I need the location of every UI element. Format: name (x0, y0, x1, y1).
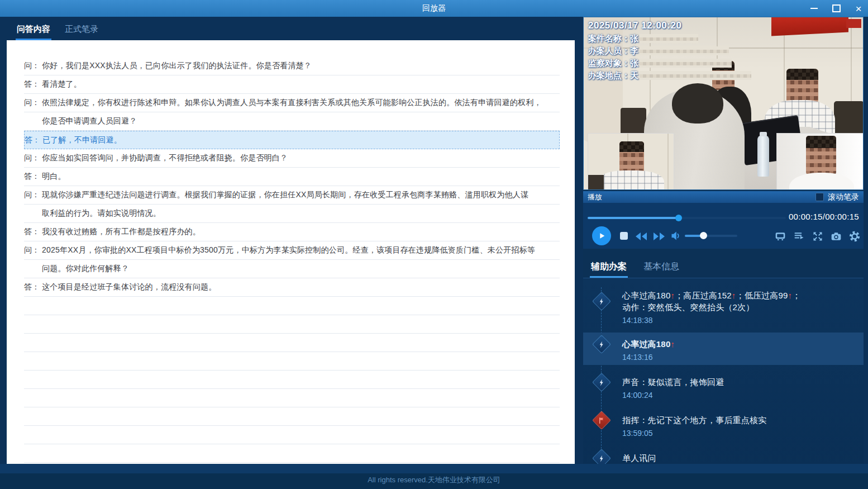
video-view[interactable]: 2025/03/17 12:00:20 案件名称：张办案人员：李监察对象：张办案… (583, 17, 864, 190)
qa-row-label: 答： (24, 172, 42, 182)
qa-row-empty (24, 407, 560, 426)
qa-row[interactable]: 答：我没有收过贿赂，所有工作都是按程序办的。 (24, 223, 560, 241)
event-text: 动作：突然低头、突然抬头（2次） (622, 301, 858, 313)
qa-row-text: 现就你涉嫌严重违纪违法问题进行调查。根据我们掌握的证据，你在担任XX局局长期间，… (42, 190, 528, 200)
timeline-event[interactable]: 声音：疑似谎言，掩饰回避14:00:24 (583, 371, 864, 403)
timeline-event[interactable]: 心率过高180↑；高压过高152↑；低压过高99↑；动作：突然低头、突然抬头（2… (583, 284, 864, 328)
qa-row-empty (24, 426, 560, 444)
tab-basic-info[interactable]: 基本信息 (642, 261, 680, 278)
overlay-field-label: 办案地点：天 (588, 69, 638, 82)
maximize-button[interactable] (830, 2, 842, 15)
controls-row (583, 225, 864, 248)
event-text: 指挥：先记下这个地方，事后重点核实 (622, 414, 858, 426)
red-banner (771, 17, 848, 36)
fullscreen-button[interactable] (812, 231, 823, 242)
seek-bar[interactable] (588, 217, 786, 219)
qa-row-text: 问题。你对此作何解释？ (42, 264, 129, 274)
qa-row-label: 问： (24, 98, 42, 108)
minimize-button[interactable] (808, 2, 820, 15)
qa-row-empty (24, 334, 560, 352)
qa-row-empty (24, 444, 560, 463)
qa-row[interactable]: 问：依照法律规定，你有权进行陈述和申辩。如果你认为调查人员与本案有直接利害关系或… (24, 94, 560, 112)
qa-row-label: 问： (24, 190, 42, 200)
qa-row-text: 你应当如实回答询问，并协助调查，不得拒绝或者阻挠。你是否明白？ (42, 153, 288, 163)
qa-row[interactable]: 问：2025年XX月，你审批的XX工程项目中标价为3500万元，中标方为李某实际… (24, 241, 560, 260)
titlebar: 回放器 × (0, 0, 868, 17)
wall-sign-red (846, 19, 861, 28)
qa-row[interactable]: 问题。你对此作何解释？ (24, 260, 560, 278)
transcript-tabs: 问答内容 正式笔录 (16, 17, 99, 40)
overlay-field: 案件名称：张 (588, 32, 751, 45)
scroll-transcript-toggle[interactable]: 滚动笔录 (815, 192, 859, 202)
qa-row-label: 答： (24, 79, 42, 89)
maximize-icon (832, 4, 841, 12)
qa-row-empty (24, 315, 560, 334)
qa-row[interactable]: 答：明白。 (24, 168, 560, 186)
player-pane: 2025/03/17 12:00:20 案件名称：张办案人员：李监察对象：张办案… (583, 17, 864, 471)
player-bar: 播放 滚动笔录 (583, 191, 864, 203)
close-button[interactable]: × (852, 2, 865, 15)
qa-row-label: 答： (24, 227, 42, 237)
qa-row-label: 问： (24, 61, 42, 71)
qa-row[interactable]: 问：现就你涉嫌严重违纪违法问题进行调查。根据我们掌握的证据，你在担任XX局局长期… (24, 186, 560, 205)
settings-button[interactable] (849, 231, 860, 242)
qa-row-label: 答： (25, 135, 42, 145)
tab-formal-record[interactable]: 正式笔录 (64, 24, 99, 40)
assist-tabs: 辅助办案 基本信息 (583, 258, 864, 278)
overlay-field-label: 监察对象：张 (588, 57, 638, 69)
scroll-transcript-checkbox[interactable] (815, 193, 824, 201)
event-text: 心率过高180↑；高压过高152↑；低压过高99↑； (622, 289, 858, 301)
redacted-value (640, 46, 729, 55)
tab-assist-case[interactable]: 辅助办案 (590, 261, 628, 278)
volume-knob[interactable] (700, 232, 707, 239)
event-time: 14:13:16 (622, 353, 858, 362)
flag-icon (598, 416, 605, 424)
play-button[interactable] (592, 226, 611, 245)
qa-row[interactable]: 答：看清楚了。 (24, 75, 560, 94)
event-time: 13:59:05 (622, 429, 858, 438)
qa-sheet: 问：你好，我们是XXX执法人员，已向你出示了我们的执法证件。你是否看清楚？答：看… (7, 40, 575, 464)
bottle-cap (760, 132, 767, 136)
monitor-button[interactable] (775, 231, 786, 242)
lightning-icon (598, 378, 605, 386)
rewind-icon (635, 232, 648, 241)
qa-row-text: 依照法律规定，你有权进行陈述和申辩。如果你认为调查人员与本案有直接利害关系或其他… (42, 98, 542, 108)
event-time: 14:00:24 (622, 391, 858, 400)
qa-rows: 问：你好，我们是XXX执法人员，已向你出示了我们的执法证件。你是否看清楚？答：看… (7, 40, 575, 463)
flag-badge (592, 411, 611, 430)
time-display: 00:00:15/00:00:15 (789, 212, 859, 221)
fullscreen-icon (812, 231, 823, 242)
playlist-button[interactable] (794, 231, 805, 242)
qa-row-text: 明白。 (42, 172, 66, 182)
qa-row-empty (24, 389, 560, 407)
qa-row-label: 问： (24, 153, 42, 163)
qa-row-text: 你是否申请调查人员回避？ (42, 116, 137, 126)
mute-button[interactable] (670, 230, 681, 244)
qa-row[interactable]: 取利益的行为。请如实说明情况。 (24, 205, 560, 223)
tab-qa-content[interactable]: 问答内容 (16, 24, 51, 40)
qa-row[interactable]: 答：这个项目是经过班子集体讨论的，流程没有问题。 (24, 278, 560, 297)
window-title: 回放器 (0, 3, 868, 13)
timeline-event[interactable]: 指挥：先记下这个地方，事后重点核实13:59:05 (583, 409, 864, 441)
qa-row-empty (24, 352, 560, 371)
snapshot-button[interactable] (831, 231, 842, 242)
rewind-button[interactable] (635, 232, 648, 243)
volume-slider[interactable] (685, 235, 737, 237)
qa-row-text: 2025年XX月，你审批的XX工程项目中标价为3500万元，中标方为李某实际控制… (42, 245, 535, 255)
pip-camera-right (776, 133, 864, 190)
play-icon (597, 231, 606, 240)
transcript-pane: 问答内容 正式笔录 问：你好，我们是XXX执法人员，已向你出示了我们的执法证件。… (7, 17, 575, 464)
video-overlay-info: 2025/03/17 12:00:20 案件名称：张办案人员：李监察对象：张办案… (588, 20, 751, 82)
qa-row[interactable]: 问：你应当如实回答询问，并协助调查，不得拒绝或者阻挠。你是否明白？ (24, 149, 560, 168)
video-timestamp: 2025/03/17 12:00:20 (588, 20, 751, 31)
stop-button[interactable] (620, 232, 628, 240)
person-face-pixelated (619, 141, 644, 174)
fast-forward-button[interactable] (652, 232, 666, 243)
qa-row[interactable]: 问：你好，我们是XXX执法人员，已向你出示了我们的执法证件。你是否看清楚？ (24, 57, 560, 75)
qa-row[interactable]: 答：已了解，不申请回避。 (24, 131, 560, 149)
qa-row-label: 答： (24, 282, 42, 292)
qa-row[interactable]: 你是否申请调查人员回避？ (24, 112, 560, 131)
timeline-event[interactable]: 心率过高180↑14:13:16 (583, 333, 864, 365)
bottom-band (0, 464, 868, 473)
seek-bar-knob[interactable] (675, 215, 682, 221)
